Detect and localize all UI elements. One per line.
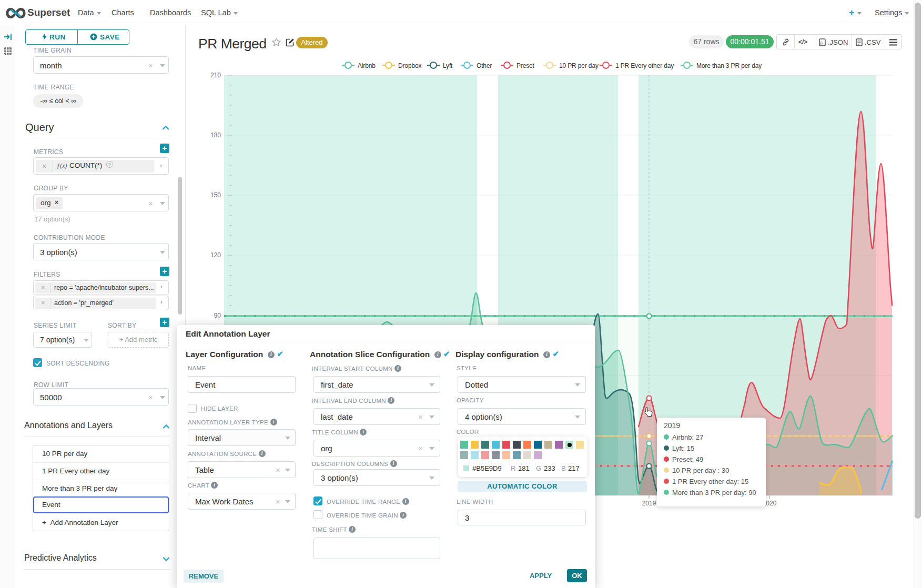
svg-text:150: 150: [210, 191, 221, 199]
svg-text:More than 3 PR per day: More than 3 PR per day: [696, 62, 762, 69]
svg-text:210: 210: [210, 72, 221, 79]
svg-text:{}: {}: [820, 41, 823, 45]
svg-text:Dropbox: Dropbox: [398, 62, 421, 69]
svg-text:Lyft: Lyft: [443, 62, 453, 69]
svg-text:10 PR per day: 10 PR per day: [559, 62, 599, 69]
svg-text:2019: 2019: [642, 500, 656, 507]
svg-text:Other: Other: [477, 62, 492, 69]
svg-text:120: 120: [210, 251, 221, 259]
svg-text:180: 180: [210, 131, 221, 139]
svg-text:90: 90: [214, 312, 221, 319]
svg-text:Preset: Preset: [516, 62, 535, 69]
svg-text:Airbnb: Airbnb: [358, 62, 376, 69]
svg-text:1 PR Every other day: 1 PR Every other day: [615, 62, 674, 69]
